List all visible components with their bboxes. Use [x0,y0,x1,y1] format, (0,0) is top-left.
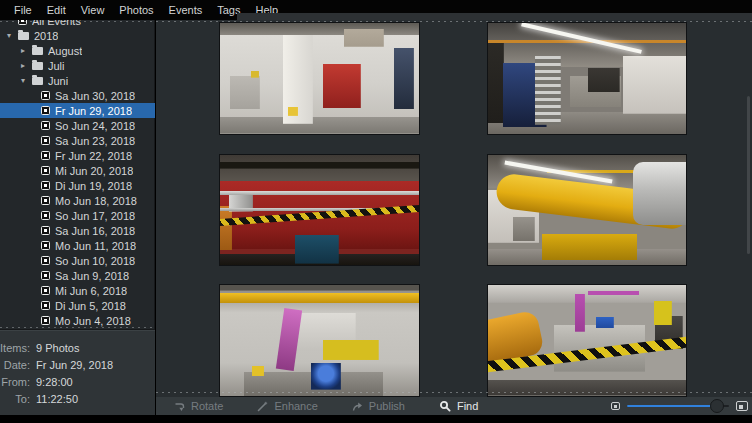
event-icon [41,151,50,160]
expander-collapsed-icon[interactable]: ▸ [21,46,32,55]
info-label: Items: [0,342,30,354]
sidebar-item-event[interactable]: Sa Jun 23, 2018 [0,133,155,148]
info-label: To: [0,393,30,405]
photo-thumbnail-2[interactable] [487,22,687,135]
photo-thumbnail-5[interactable] [219,284,420,397]
tree-label: Sa Jun 23, 2018 [55,135,135,147]
expander-expanded-icon[interactable]: ▾ [21,76,32,85]
tree-label: So Jun 17, 2018 [55,210,135,222]
menubar-tail-strip [237,13,752,20]
sidebar-item-event[interactable]: Sa Jun 16, 2018 [0,223,155,238]
tree-label: Fr Jun 22, 2018 [55,150,132,162]
sidebar-item-month-juni[interactable]: ▾ Juni [0,73,155,88]
rotate-button[interactable]: Rotate [164,397,233,415]
folder-icon [32,47,43,55]
vertical-scrollbar[interactable] [747,96,750,254]
tree-label: So Jun 24, 2018 [55,120,135,132]
sidebar-item-event[interactable]: Mo Jun 11, 2018 [0,238,155,253]
photo-thumbnail-3[interactable] [219,154,420,266]
thumbnail-zoom-control [611,397,748,415]
info-value: 9:28:00 [36,376,73,388]
event-icon [41,136,50,145]
sidebar-item-month-august[interactable]: ▸ August [0,43,155,58]
find-label: Find [457,400,478,412]
sidebar-item-event[interactable]: So Jun 17, 2018 [0,208,155,223]
event-tree: All Events ▾ 2018 ▸ August ▸ Juli ▾ Juni [0,20,155,329]
menu-view[interactable]: View [75,2,111,18]
info-label: From: [0,376,30,388]
sidebar: All Events ▾ 2018 ▸ August ▸ Juli ▾ Juni [0,20,155,415]
tree-label: Di Jun 19, 2018 [55,180,132,192]
photo-layer [521,23,642,55]
expander-expanded-icon[interactable]: ▾ [7,31,18,40]
event-info-panel: Items: 9 Photos Date: Fr Jun 29, 2018 Fr… [0,329,155,415]
menu-events[interactable]: Events [163,2,209,18]
expander-collapsed-icon[interactable]: ▸ [21,61,32,70]
bottom-toolbar: Rotate Enhance Publish Find [156,397,752,415]
sidebar-item-event[interactable]: Di Jun 5, 2018 [0,298,155,313]
info-value: Fr Jun 29, 2018 [36,359,113,371]
sidebar-item-event[interactable]: Fr Jun 22, 2018 [0,148,155,163]
slider-fill [627,405,717,407]
photo-thumbnail-4[interactable] [487,154,687,266]
tree-label: Sa Jun 9, 2018 [55,270,129,282]
event-icon [41,91,50,100]
info-label: Date: [0,359,30,371]
tree-label: August [48,45,82,57]
sidebar-item-event[interactable]: Mi Jun 6, 2018 [0,283,155,298]
menu-edit[interactable]: Edit [41,2,72,18]
publish-button[interactable]: Publish [342,397,415,415]
event-icon [41,226,50,235]
tree-label: Sa Jun 16, 2018 [55,225,135,237]
tree-label: Mo Jun 11, 2018 [55,240,136,252]
event-icon [41,106,50,115]
sidebar-item-event[interactable]: So Jun 24, 2018 [0,118,155,133]
sidebar-item-event[interactable]: Di Jun 19, 2018 [0,178,155,193]
rotate-icon [174,401,185,412]
menu-photos[interactable]: Photos [113,2,159,18]
tree-label: Mo Jun 18, 2018 [55,195,137,207]
publish-label: Publish [369,400,405,412]
photo-layer [219,205,420,227]
sidebar-item-event[interactable]: Mo Jun 4, 2018 [0,313,155,328]
event-icon [41,196,50,205]
menu-file[interactable]: File [8,2,38,18]
folder-icon [32,77,43,85]
photo-thumbnail-1[interactable] [219,22,420,135]
event-icon [41,301,50,310]
zoom-slider[interactable] [627,399,729,413]
bottom-strip [0,415,752,423]
enhance-button[interactable]: Enhance [247,397,327,415]
event-icon [41,256,50,265]
sidebar-item-event[interactable]: Sa Jun 30, 2018 [0,88,155,103]
sidebar-item-event[interactable]: Mo Jun 18, 2018 [0,193,155,208]
large-photo-icon[interactable] [736,401,748,411]
small-photo-icon[interactable] [611,402,620,410]
event-icon [41,181,50,190]
find-button[interactable]: Find [429,397,488,415]
event-icon [41,271,50,280]
photo-layer [633,162,687,226]
enhance-icon [257,401,268,412]
find-icon [439,400,451,412]
sidebar-item-event[interactable]: Sa Jun 9, 2018 [0,268,155,283]
sidebar-item-event[interactable]: So Jun 10, 2018 [0,253,155,268]
event-icon [41,121,50,130]
info-row-date: Date: Fr Jun 29, 2018 [0,356,155,373]
rotate-label: Rotate [191,400,223,412]
sidebar-item-month-juli[interactable]: ▸ Juli [0,58,155,73]
event-icon [41,316,50,325]
event-icon [41,211,50,220]
scroll-undershoot-indicator [0,21,155,22]
tree-label: Sa Jun 30, 2018 [55,90,135,102]
photo-layer [276,308,302,371]
tree-label: Juni [48,75,68,87]
menu-bar: File Edit View Photos Events Tags Help [0,0,752,20]
sidebar-item-event[interactable]: Mi Jun 20, 2018 [0,163,155,178]
sidebar-item-year-2018[interactable]: ▾ 2018 [0,28,155,43]
event-icon [41,241,50,250]
photo-thumbnail-6[interactable] [487,284,687,397]
photo-grid [156,20,752,397]
sidebar-item-event-selected[interactable]: Fr Jun 29, 2018 [0,103,155,118]
slider-handle[interactable] [710,399,724,413]
